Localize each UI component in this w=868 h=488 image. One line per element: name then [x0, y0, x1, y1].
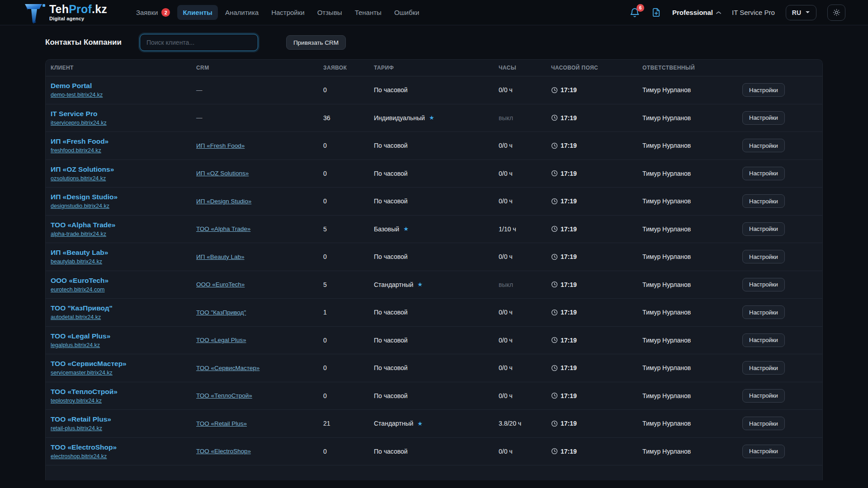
crm-link[interactable]: ИП «Fresh Food»: [196, 142, 245, 149]
client-domain-link[interactable]: retail-plus.bitrix24.kz: [51, 425, 102, 432]
tariff-label: По часовой: [374, 448, 408, 455]
tariff-cell: По часовой: [374, 142, 499, 149]
nav-item[interactable]: Тенанты: [349, 5, 387, 20]
settings-button[interactable]: Настройки: [742, 222, 785, 236]
tariff-cell: По часовой: [374, 364, 499, 371]
nav-item[interactable]: Отзывы: [312, 5, 348, 20]
tariff-cell: Индивидуальный ★: [374, 114, 499, 122]
crm-link[interactable]: ТОО «Retail Plus»: [196, 420, 247, 427]
client-name-link[interactable]: ИП «OZ Solutions»: [51, 165, 196, 174]
crm-link[interactable]: ТОО «ElectroShop»: [196, 448, 251, 455]
crm-link[interactable]: ИП «Design Studio»: [196, 198, 251, 205]
bind-crm-button[interactable]: Привязать CRM: [286, 35, 346, 50]
settings-button[interactable]: Настройки: [742, 305, 785, 319]
settings-button[interactable]: Настройки: [742, 111, 785, 125]
crm-link[interactable]: ТОО «ТеплоСтрой»: [196, 392, 252, 399]
nav-badge: 2: [161, 8, 170, 17]
client-name-link[interactable]: IT Service Pro: [51, 110, 196, 118]
client-name-link[interactable]: ТОО «СервисМастер»: [51, 360, 196, 368]
new-document-button[interactable]: [651, 7, 661, 18]
settings-button[interactable]: Настройки: [742, 167, 785, 180]
client-domain-link[interactable]: legalplus.bitrix24.kz: [51, 342, 100, 348]
table-row: ТОО "КазПривод" autodetal.bitrix24.kz ТО…: [46, 299, 822, 327]
client-domain-link[interactable]: servicemaster.bitrix24.kz: [51, 370, 113, 376]
client-domain-link[interactable]: autodetal.bitrix24.kz: [51, 314, 101, 320]
nav-item[interactable]: Аналитика: [220, 5, 264, 20]
client-domain-link[interactable]: beautylab.bitrix24.kz: [51, 258, 102, 265]
nav-item-label: Заявки: [136, 9, 158, 16]
brand-name: TehProf.kz: [49, 4, 107, 15]
timezone-cell: 17:19: [551, 197, 642, 205]
crm-link[interactable]: ИП «Beauty Lab»: [196, 253, 244, 260]
notifications-button[interactable]: 6: [629, 7, 640, 18]
client-cell: ТОО «ТеплоСтрой» teplostroy.bitrix24.kz: [51, 388, 196, 404]
settings-button[interactable]: Настройки: [742, 389, 785, 403]
client-name-link[interactable]: ООО «EuroTech»: [51, 277, 196, 285]
client-name-link[interactable]: ТОО "КазПривод": [51, 304, 196, 312]
clock-icon: [551, 281, 558, 288]
column-header-responsible: ОТВЕТСТВЕННЫЙ: [642, 65, 742, 71]
settings-button[interactable]: Настройки: [742, 445, 785, 458]
client-domain-link[interactable]: ozsolutions.bitrix24.kz: [51, 175, 106, 182]
settings-button[interactable]: Настройки: [742, 361, 785, 375]
crm-link[interactable]: ТОО "КазПривод": [196, 309, 246, 316]
nav-item[interactable]: Ошибки: [389, 5, 425, 20]
plan-dropdown[interactable]: Professional: [672, 9, 721, 16]
settings-button[interactable]: Настройки: [742, 139, 785, 152]
nav-item[interactable]: Настройки: [266, 5, 310, 20]
settings-button[interactable]: Настройки: [742, 194, 785, 208]
client-name-link[interactable]: Demo Portal: [51, 82, 196, 90]
client-name-link[interactable]: ИП «Fresh Food»: [51, 137, 196, 145]
tariff-label: По часовой: [374, 392, 408, 399]
client-cell: ООО «EuroTech» eurotech.bitrix24.com: [51, 277, 196, 293]
nav-item-label: Тенанты: [355, 9, 382, 16]
client-domain-link[interactable]: alpha-trade.bitrix24.kz: [51, 231, 106, 237]
nav-item-label: Клиенты: [183, 9, 212, 16]
table-row: ТОО «СервисМастер» servicemaster.bitrix2…: [46, 354, 822, 382]
hours-value: 1/10 ч: [499, 225, 551, 233]
settings-button[interactable]: Настройки: [742, 278, 785, 291]
table-row: ООО «EuroTech» eurotech.bitrix24.com ООО…: [46, 271, 822, 299]
crm-link[interactable]: ТОО «СервисМастер»: [196, 365, 259, 371]
client-domain-link[interactable]: teplostroy.bitrix24.kz: [51, 398, 102, 404]
client-domain-link[interactable]: eurotech.bitrix24.com: [51, 286, 105, 293]
client-name-link[interactable]: ТОО «ТеплоСтрой»: [51, 388, 196, 396]
client-name-link[interactable]: ТОО «ElectroShop»: [51, 443, 196, 451]
settings-button[interactable]: Настройки: [742, 333, 785, 347]
responsible-name: Тимур Нурланов: [642, 364, 742, 371]
tariff-cell: Стандартный ★: [374, 281, 499, 288]
settings-button[interactable]: Настройки: [742, 417, 785, 430]
crm-link[interactable]: ООО «EuroTech»: [196, 281, 245, 288]
crm-link[interactable]: ТОО «Alpha Trade»: [196, 225, 250, 232]
client-name-link[interactable]: ИП «Design Studio»: [51, 193, 196, 201]
client-domain-link[interactable]: demo-test.bitrix24.kz: [51, 92, 103, 98]
responsible-name: Тимур Нурланов: [642, 392, 742, 399]
client-domain-link[interactable]: freshfood.bitrix24.kz: [51, 147, 101, 154]
client-domain-link[interactable]: itservicepro.bitrix24.kz: [51, 120, 107, 126]
client-domain-link[interactable]: designstudio.bitrix24.kz: [51, 203, 109, 209]
crm-link[interactable]: ТОО «Legal Plus»: [196, 337, 246, 343]
settings-button[interactable]: Настройки: [742, 250, 785, 263]
client-cell: ТОО "КазПривод" autodetal.bitrix24.kz: [51, 304, 196, 320]
responsible-name: Тимур Нурланов: [642, 86, 742, 94]
table-row: ТОО «Alpha Trade» alpha-trade.bitrix24.k…: [46, 216, 822, 244]
requests-count: 0: [323, 86, 374, 94]
star-icon: ★: [417, 420, 423, 427]
client-name-link[interactable]: ТОО «Alpha Trade»: [51, 221, 196, 229]
table-row: ИП «Design Studio» designstudio.bitrix24…: [46, 188, 822, 216]
client-name-link[interactable]: ТОО «Legal Plus»: [51, 332, 196, 340]
client-name-link[interactable]: ТОО «Retail Plus»: [51, 415, 196, 423]
theme-toggle-button[interactable]: [827, 5, 845, 21]
crm-link[interactable]: ИП «OZ Solutions»: [196, 170, 249, 177]
nav-item[interactable]: Заявки 2: [131, 5, 175, 20]
client-name-link[interactable]: ИП «Beauty Lab»: [51, 249, 196, 257]
top-navbar: TehProf.kz Digital agency Заявки 2 Клиен…: [0, 0, 868, 25]
requests-count: 21: [323, 420, 374, 427]
client-domain-link[interactable]: electroshop.bitrix24.kz: [51, 453, 107, 460]
clock-icon: [551, 309, 558, 316]
nav-item[interactable]: Клиенты: [177, 5, 217, 20]
search-input[interactable]: [140, 34, 258, 51]
settings-button[interactable]: Настройки: [742, 83, 785, 97]
language-select[interactable]: RU: [786, 5, 816, 20]
tariff-cell: По часовой: [374, 448, 499, 455]
